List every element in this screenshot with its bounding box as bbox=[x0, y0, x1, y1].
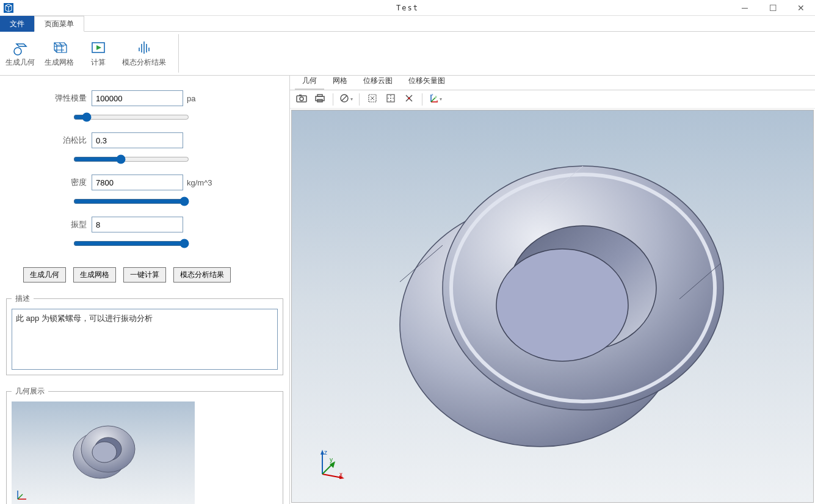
svg-marker-1 bbox=[16, 44, 26, 46]
ribbon-modal-result-label: 模态分析结果 bbox=[122, 57, 166, 68]
param-row-density: 密度 kg/m^3 bbox=[6, 175, 283, 190]
zoom-extents-icon bbox=[386, 93, 396, 105]
no-entry-icon bbox=[339, 93, 349, 105]
print-icon bbox=[314, 93, 325, 105]
param-row-poisson: 泊松比 bbox=[6, 132, 283, 148]
description-fieldset: 描述 此 app 为锁紧螺母，可以进行振动分析 bbox=[6, 293, 283, 375]
svg-line-28 bbox=[431, 98, 435, 102]
svg-point-24 bbox=[390, 98, 391, 99]
svg-text:x: x bbox=[436, 99, 438, 103]
viewer-tab-mesh[interactable]: 网格 bbox=[325, 73, 355, 90]
orientation-button[interactable]: zyx bbox=[427, 92, 443, 107]
svg-point-8 bbox=[92, 442, 117, 463]
button-row: 生成几何 生成网格 一键计算 模态分析结果 bbox=[6, 267, 283, 283]
toolbar-sep-3 bbox=[422, 93, 422, 106]
svg-line-19 bbox=[342, 96, 347, 101]
zoom-box-icon bbox=[368, 93, 377, 105]
param-row-mode: 振型 bbox=[6, 217, 283, 232]
density-slider[interactable] bbox=[73, 196, 189, 206]
youngs-unit: pa bbox=[187, 94, 195, 103]
menu-tabbar: 文件 页面菜单 bbox=[0, 16, 815, 32]
svg-text:y: y bbox=[435, 95, 437, 98]
svg-text:z: z bbox=[324, 449, 327, 456]
svg-text:z: z bbox=[432, 93, 433, 96]
gen-geom-button[interactable]: 生成几何 bbox=[23, 267, 66, 283]
viewer-tabs: 几何 网格 位移云图 位移矢量图 bbox=[290, 76, 815, 90]
axis-icon: zyx bbox=[429, 93, 438, 105]
minimize-button[interactable]: ─ bbox=[731, 0, 759, 16]
mode-label: 振型 bbox=[6, 219, 92, 230]
ribbon-compute[interactable]: 计算 bbox=[83, 34, 114, 73]
ribbon-gen-geom-label: 生成几何 bbox=[5, 57, 35, 68]
param-row-youngs: 弹性模量 pa bbox=[6, 90, 283, 106]
youngs-slider[interactable] bbox=[73, 112, 189, 122]
ribbon-compute-label: 计算 bbox=[91, 57, 106, 68]
close-button[interactable]: ✕ bbox=[787, 0, 815, 16]
clear-button[interactable] bbox=[338, 92, 354, 107]
density-unit: kg/m^3 bbox=[187, 178, 212, 187]
axis-gizmo-small-icon bbox=[15, 488, 29, 502]
right-panel: 几何 网格 位移云图 位移矢量图 zyx bbox=[290, 76, 815, 504]
gen-mesh-button[interactable]: 生成网格 bbox=[73, 267, 116, 283]
svg-point-2 bbox=[14, 48, 21, 55]
mode-slider[interactable] bbox=[73, 239, 189, 248]
camera-icon bbox=[296, 93, 307, 105]
modal-result-button[interactable]: 模态分析结果 bbox=[173, 267, 231, 283]
poisson-slider[interactable] bbox=[73, 154, 189, 164]
ribbon-gen-mesh-label: 生成网格 bbox=[45, 57, 74, 68]
main-viewport[interactable]: z x y bbox=[291, 110, 814, 503]
viewer-tab-vector[interactable]: 位移矢量图 bbox=[401, 73, 452, 90]
content-area: 弹性模量 pa 泊松比 密度 kg/m^3 振型 生成几何 生成网格 一键计算 … bbox=[0, 76, 815, 504]
ribbon: 生成几何 生成网格 计算 模态分析结果 bbox=[0, 32, 815, 76]
description-legend: 描述 bbox=[12, 293, 34, 304]
mode-input[interactable] bbox=[92, 217, 183, 232]
svg-rect-14 bbox=[299, 95, 302, 96]
titlebar: Test ─ ☐ ✕ bbox=[0, 0, 815, 16]
ring-geometry-icon bbox=[357, 142, 748, 471]
select-icon bbox=[404, 93, 414, 105]
youngs-input[interactable] bbox=[92, 90, 183, 106]
density-label: 密度 bbox=[6, 177, 92, 188]
modal-result-icon bbox=[136, 39, 153, 56]
left-panel: 弹性模量 pa 泊松比 密度 kg/m^3 振型 生成几何 生成网格 一键计算 … bbox=[0, 76, 290, 504]
svg-text:y: y bbox=[330, 456, 333, 463]
geom-preview-viewport[interactable] bbox=[12, 401, 195, 504]
select-button[interactable] bbox=[401, 92, 417, 107]
zoom-box-button[interactable] bbox=[364, 92, 380, 107]
ribbon-modal-result[interactable]: 模态分析结果 bbox=[122, 34, 166, 73]
print-button[interactable] bbox=[312, 92, 328, 107]
ribbon-separator bbox=[178, 34, 179, 73]
window-title: Test bbox=[396, 4, 419, 12]
svg-rect-15 bbox=[316, 96, 324, 101]
tab-page-menu[interactable]: 页面菜单 bbox=[34, 16, 84, 32]
youngs-label: 弹性模量 bbox=[6, 93, 92, 104]
tab-file[interactable]: 文件 bbox=[0, 16, 34, 32]
one-click-button[interactable]: 一键计算 bbox=[123, 267, 166, 283]
description-text: 此 app 为锁紧螺母，可以进行振动分析 bbox=[12, 309, 278, 370]
svg-point-13 bbox=[300, 97, 303, 101]
svg-marker-4 bbox=[96, 45, 101, 50]
axis-gizmo-icon: z x y bbox=[315, 448, 346, 479]
poisson-label: 泊松比 bbox=[6, 135, 92, 146]
ribbon-gen-mesh[interactable]: 生成网格 bbox=[44, 34, 74, 73]
toolbar-sep-2 bbox=[359, 93, 360, 106]
ribbon-gen-geom[interactable]: 生成几何 bbox=[5, 34, 35, 73]
mesh-icon bbox=[51, 39, 68, 56]
ring-thumbnail-icon bbox=[67, 420, 140, 487]
poisson-input[interactable] bbox=[92, 132, 183, 148]
svg-line-11 bbox=[18, 494, 23, 499]
geom-preview-fieldset: 几何展示 bbox=[6, 386, 283, 504]
app-icon bbox=[4, 3, 13, 13]
geom-preview-legend: 几何展示 bbox=[12, 386, 48, 397]
viewer-toolbar: zyx bbox=[290, 90, 815, 109]
window-controls: ─ ☐ ✕ bbox=[731, 0, 815, 16]
screenshot-button[interactable] bbox=[294, 92, 310, 107]
compute-icon bbox=[90, 39, 107, 56]
svg-rect-16 bbox=[317, 95, 322, 96]
zoom-extents-button[interactable] bbox=[383, 92, 399, 107]
viewer-tab-geom[interactable]: 几何 bbox=[295, 73, 324, 90]
geometry-icon bbox=[12, 39, 29, 56]
maximize-button[interactable]: ☐ bbox=[759, 0, 787, 16]
viewer-tab-contour[interactable]: 位移云图 bbox=[356, 73, 400, 90]
density-input[interactable] bbox=[92, 175, 183, 190]
